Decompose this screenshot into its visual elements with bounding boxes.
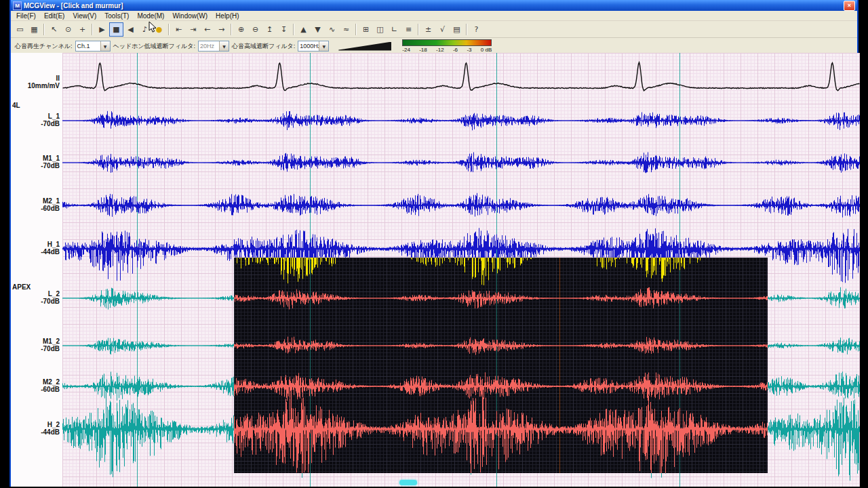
- menu-item-mode[interactable]: Mode(M): [133, 12, 168, 20]
- context-help-button[interactable]: ?: [469, 22, 484, 37]
- gain-up-icon: ▲: [300, 26, 306, 33]
- scroll-left-icon: ←: [204, 26, 210, 33]
- lowcut-filter-value: 20Hz: [199, 43, 219, 49]
- menu-item-window[interactable]: Window(W): [168, 12, 212, 20]
- channel-label-ecg: II10mm/mV: [11, 75, 60, 89]
- channel-label-M1_2: M1_2-70dB: [11, 338, 60, 352]
- calibrate-button[interactable]: ±: [421, 22, 435, 37]
- page-end-button[interactable]: ⇥: [186, 22, 200, 37]
- menu-item-view[interactable]: View(V): [68, 12, 100, 20]
- toolbar-separator: [231, 24, 232, 35]
- scroll-left-button[interactable]: ←: [200, 22, 214, 37]
- channel-label-H_1: H_1-44dB: [11, 241, 60, 256]
- chart-area: 4LAPEXII10mm/mVL_1-70dBM1_1-70dBM2_1-60d…: [11, 53, 857, 487]
- x-zoom-in-button[interactable]: ⊕: [234, 22, 248, 37]
- gain-up-button[interactable]: ▲: [296, 22, 311, 37]
- menu-item-edit[interactable]: Edit(E): [40, 12, 69, 20]
- grid-toggle-icon: ⊞: [363, 26, 369, 33]
- baseline-button[interactable]: ≡: [401, 22, 416, 37]
- zoom-overlay-region[interactable]: [234, 258, 768, 473]
- db-scale-label: -18: [419, 47, 427, 53]
- mouse-cursor: [149, 21, 158, 33]
- db-scale-label: -24: [402, 47, 410, 53]
- lowcut-filter-label: ヘッドホン低域遮断フィルタ:: [113, 42, 195, 51]
- dropdown-arrow-icon: ▼: [219, 41, 229, 51]
- channel-label-M1_1: M1_1-70dB: [11, 155, 60, 169]
- highcut-filter-select[interactable]: 1000Hz ▼: [298, 41, 329, 52]
- y-zoom-out-button[interactable]: ↧: [277, 22, 291, 37]
- db-scale-label: 0 dB: [481, 47, 492, 53]
- playback-channel-value: Ch.1: [76, 43, 100, 49]
- stop-button[interactable]: ■: [109, 22, 123, 37]
- y-zoom-out-icon: ↧: [281, 26, 287, 33]
- pointer-icon: ↖: [51, 26, 57, 33]
- play-button[interactable]: ▶: [95, 22, 109, 37]
- prev-beat-button[interactable]: ◀: [123, 22, 138, 37]
- playback-channel-select[interactable]: Ch.1 ▼: [75, 41, 111, 52]
- y-zoom-in-icon: ↥: [267, 26, 273, 33]
- db-scale-labels: -24-18-12-6-30 dB: [402, 47, 492, 53]
- toolbar-separator: [43, 24, 45, 35]
- toolbar: ▭▦↖⊙+▶■◀♪●⇤⇥←→⊕⊖↥↧▲▼∿≈⊞◫∟≡±√▤?: [11, 21, 857, 38]
- x-zoom-out-button[interactable]: ⊖: [248, 22, 262, 37]
- channel-label-M2_1: M2_1-60dB: [11, 197, 60, 212]
- crosshair-button[interactable]: +: [75, 22, 90, 37]
- playback-channel-label: 心音再生チャンネル:: [15, 42, 73, 51]
- dropdown-arrow-icon: ▼: [319, 41, 328, 51]
- channel-label-M2_2: M2_2-60dB: [11, 378, 60, 393]
- lowcut-filter-select[interactable]: 20Hz ▼: [198, 41, 229, 52]
- save-icon: ▦: [31, 26, 37, 33]
- smoothing-icon: ≈: [343, 26, 349, 33]
- report-button[interactable]: ▤: [450, 22, 464, 37]
- x-zoom-out-icon: ⊖: [252, 26, 258, 33]
- measure-button[interactable]: ∟: [387, 22, 401, 37]
- channel-label-gutter: 4LAPEXII10mm/mVL_1-70dBM1_1-70dBM2_1-60d…: [11, 53, 62, 487]
- db-gradient-bar: [402, 39, 492, 46]
- toolbar-separator: [466, 24, 467, 35]
- stop-icon: ■: [113, 26, 119, 33]
- analyze-button[interactable]: √: [435, 22, 450, 37]
- app-icon: M: [13, 1, 22, 10]
- db-color-scale: -24-18-12-6-30 dB: [402, 39, 492, 53]
- context-help-icon: ?: [475, 26, 479, 33]
- dropdown-arrow-icon: ▼: [100, 41, 110, 51]
- menu-item-tools[interactable]: Tools(T): [100, 12, 133, 20]
- filter-icon: ∿: [329, 26, 335, 33]
- smoothing-button[interactable]: ≈: [339, 22, 353, 37]
- channel-label-H_2: H_2-44dB: [11, 421, 60, 436]
- toolbar-separator: [355, 24, 357, 35]
- prev-beat-icon: ◀: [127, 26, 133, 33]
- scroll-right-button[interactable]: →: [214, 22, 229, 37]
- volume-wedge-slider[interactable]: [338, 42, 391, 51]
- open-button[interactable]: ▭: [13, 22, 27, 37]
- toolbar-separator: [92, 24, 93, 35]
- title-bar[interactable]: M MCGView - [Click and murmur] ×: [11, 0, 857, 11]
- highcut-filter-value: 1000Hz: [298, 43, 319, 49]
- split-view-button[interactable]: ◫: [373, 22, 387, 37]
- filter-button[interactable]: ∿: [325, 22, 339, 37]
- speaker-icon: ♪: [142, 26, 147, 33]
- playback-position-marker[interactable]: [399, 480, 417, 485]
- grid-toggle-button[interactable]: ⊞: [359, 22, 373, 37]
- app-window: M MCGView - [Click and murmur] × File(F)…: [9, 0, 859, 487]
- menu-item-help[interactable]: Help(H): [212, 12, 243, 20]
- save-button[interactable]: ▦: [27, 22, 41, 37]
- channel-label-L_2: L_2-70dB: [11, 290, 60, 305]
- analyze-icon: √: [440, 26, 445, 33]
- pointer-button[interactable]: ↖: [47, 22, 61, 37]
- close-icon: ×: [848, 3, 851, 9]
- channel-label-L_1: L_1-70dB: [11, 113, 60, 127]
- scroll-right-icon: →: [218, 26, 224, 33]
- page-start-icon: ⇤: [176, 26, 182, 33]
- page-end-icon: ⇥: [190, 26, 196, 33]
- gain-down-button[interactable]: ▼: [311, 22, 325, 37]
- zoom-select-icon: ⊙: [65, 26, 71, 33]
- report-icon: ▤: [453, 26, 460, 33]
- close-button[interactable]: ×: [844, 1, 855, 11]
- page-start-button[interactable]: ⇤: [172, 22, 186, 37]
- app-icon-letter: M: [15, 3, 20, 9]
- measure-icon: ∟: [391, 26, 397, 33]
- y-zoom-in-button[interactable]: ↥: [262, 22, 277, 37]
- zoom-select-button[interactable]: ⊙: [61, 22, 75, 37]
- menu-item-file[interactable]: File(F): [12, 12, 40, 20]
